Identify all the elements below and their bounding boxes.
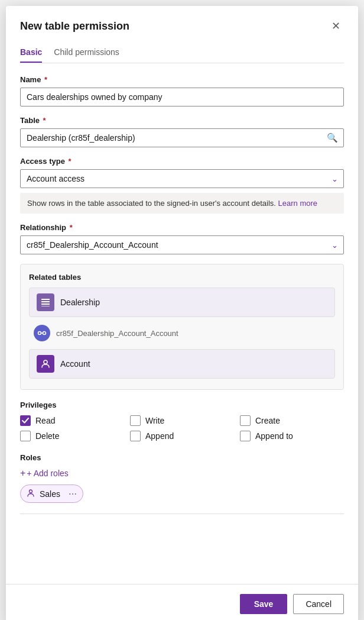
privilege-read: Read [20,415,124,426]
related-tables-label: Related tables [29,273,335,282]
account-table-icon [37,355,54,373]
dialog-title: New table permission [20,20,129,33]
tab-basic[interactable]: Basic [20,43,42,63]
roles-list: Sales ⋯ [20,485,344,503]
relationship-field-group: Relationship * cr85f_Dealership_Account_… [20,223,344,254]
save-button[interactable]: Save [240,594,288,614]
table-label: Table * [20,116,344,125]
role-sales-label: Sales [40,489,60,499]
access-type-select[interactable]: Account access Global access Contact acc… [20,169,344,188]
svg-rect-1 [41,301,50,302]
read-checkbox[interactable] [20,415,31,426]
role-person-icon [27,489,35,499]
info-box: Show rows in the table associated to the… [20,193,344,214]
learn-more-link[interactable]: Learn more [278,199,317,208]
add-roles-label: + Add roles [27,469,68,478]
related-item-connector: cr85f_Dealership_Account_Account [29,319,335,347]
privileges-grid: Read Write Create Delete Append [20,415,344,441]
delete-checkbox[interactable] [20,431,31,441]
footer-divider [20,514,344,514]
privilege-write: Write [130,415,234,426]
new-table-permission-dialog: New table permission ✕ Basic Child permi… [6,6,358,620]
name-label: Name * [20,75,344,84]
add-roles-button[interactable]: + + Add roles [20,468,69,479]
dialog-header: New table permission ✕ [6,6,358,43]
delete-label: Delete [35,431,59,441]
connector-icon [34,325,50,341]
close-button[interactable]: ✕ [327,18,344,34]
append-to-checkbox[interactable] [240,431,251,441]
svg-point-8 [30,490,32,493]
name-field-group: Name * [20,75,344,106]
svg-point-5 [43,332,46,335]
relationship-select-wrapper: cr85f_Dealership_Account_Account ⌄ [20,235,344,254]
svg-rect-2 [41,303,50,305]
access-type-field-group: Access type * Account access Global acce… [20,157,344,214]
name-input[interactable] [20,88,344,106]
write-checkbox[interactable] [130,415,141,426]
svg-rect-3 [41,306,50,306]
privileges-label: Privileges [20,401,344,409]
table-search-wrapper: 🔍 [20,128,344,147]
related-item-account: Account [29,349,335,379]
dealership-item-label: Dealership [60,298,100,307]
write-label: Write [145,416,164,425]
create-label: Create [255,416,280,425]
privilege-create: Create [240,415,344,426]
add-roles-plus-icon: + [20,468,25,479]
append-checkbox[interactable] [130,431,141,441]
svg-point-4 [38,332,41,335]
table-input[interactable] [20,128,344,147]
related-tables-box: Related tables Dealership [20,264,344,390]
append-label: Append [145,431,174,441]
svg-rect-0 [41,299,50,300]
related-item-dealership: Dealership [29,288,335,317]
account-item-label: Account [60,359,90,369]
dialog-body: Basic Child permissions Name * Table * 🔍… [6,43,358,584]
tabs: Basic Child permissions [20,43,344,63]
table-field-group: Table * 🔍 [20,116,344,147]
access-type-select-wrapper: Account access Global access Contact acc… [20,169,344,188]
read-label: Read [35,416,55,425]
privilege-append: Append [130,431,234,441]
relationship-label: Relationship * [20,223,344,232]
relationship-select[interactable]: cr85f_Dealership_Account_Account [20,235,344,254]
privilege-append-to: Append to [240,431,344,441]
append-to-label: Append to [255,431,293,441]
connector-item-label: cr85f_Dealership_Account_Account [56,329,178,338]
dialog-footer: Save Cancel [6,584,358,620]
role-more-icon[interactable]: ⋯ [69,489,77,499]
privilege-delete: Delete [20,431,124,441]
role-chip-sales: Sales ⋯ [20,485,83,503]
svg-point-7 [44,360,47,364]
cancel-button[interactable]: Cancel [293,594,344,614]
tab-child-permissions[interactable]: Child permissions [54,43,119,63]
access-type-label: Access type * [20,157,344,166]
roles-label: Roles [20,453,344,462]
create-checkbox[interactable] [240,415,251,426]
dealership-table-icon [37,293,54,311]
